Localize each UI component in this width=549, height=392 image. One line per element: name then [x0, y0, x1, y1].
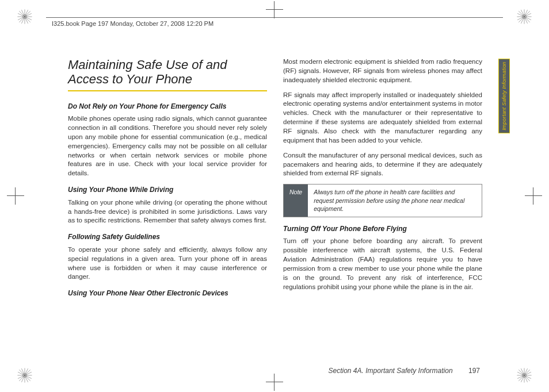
page-number: 197 — [468, 367, 480, 375]
note-body: Always turn off the phone in health care… — [308, 185, 482, 216]
crop-mark-icon — [266, 374, 283, 391]
header-rule — [46, 17, 503, 18]
crop-mark-icon — [7, 187, 24, 205]
para-driving: Talking on your phone while driving (or … — [68, 198, 267, 226]
running-header: I325.book Page 197 Monday, October 27, 2… — [52, 20, 214, 27]
para-flying: Turn off your phone before boarding any … — [283, 237, 482, 291]
subhead-guidelines: Following Safety Guidelines — [68, 232, 267, 242]
page-footer: Section 4A. Important Safety Information… — [329, 367, 481, 375]
subhead-driving: Using Your Phone While Driving — [68, 185, 267, 195]
right-column: Most modern electronic equipment is shie… — [283, 57, 482, 356]
crop-mark-icon — [266, 1, 283, 18]
registration-mark-icon — [16, 367, 33, 384]
para-rf2: RF signals may affect improperly install… — [283, 91, 482, 145]
registration-mark-icon — [516, 367, 533, 384]
registration-mark-icon — [516, 8, 533, 25]
subhead-flying: Turning Off Your Phone Before Flying — [283, 224, 482, 234]
note-label: Note — [284, 185, 308, 216]
para-guidelines: To operate your phone safely and efficie… — [68, 245, 267, 282]
section-tab-label: Important Safety Information — [501, 62, 507, 130]
para-rf3: Consult the manufacturer of any personal… — [283, 151, 482, 179]
page-title: Maintaining Safe Use of and Access to Yo… — [68, 57, 267, 87]
page-body: Maintaining Safe Use of and Access to Yo… — [68, 57, 482, 356]
crop-mark-icon — [525, 187, 542, 205]
footer-section: Section 4A. Important Safety Information — [329, 367, 453, 375]
para-rf1: Most modern electronic equipment is shie… — [283, 57, 482, 85]
subhead-electronics: Using Your Phone Near Other Electronic D… — [68, 289, 267, 298]
note-box: Note Always turn off the phone in health… — [283, 184, 482, 217]
section-tab: Important Safety Information — [498, 59, 510, 133]
left-column: Maintaining Safe Use of and Access to Yo… — [68, 57, 267, 356]
registration-mark-icon — [16, 8, 33, 25]
para-emergency: Mobile phones operate using radio signal… — [68, 114, 267, 178]
subhead-emergency: Do Not Rely on Your Phone for Emergency … — [68, 102, 267, 112]
title-underline — [68, 90, 267, 91]
